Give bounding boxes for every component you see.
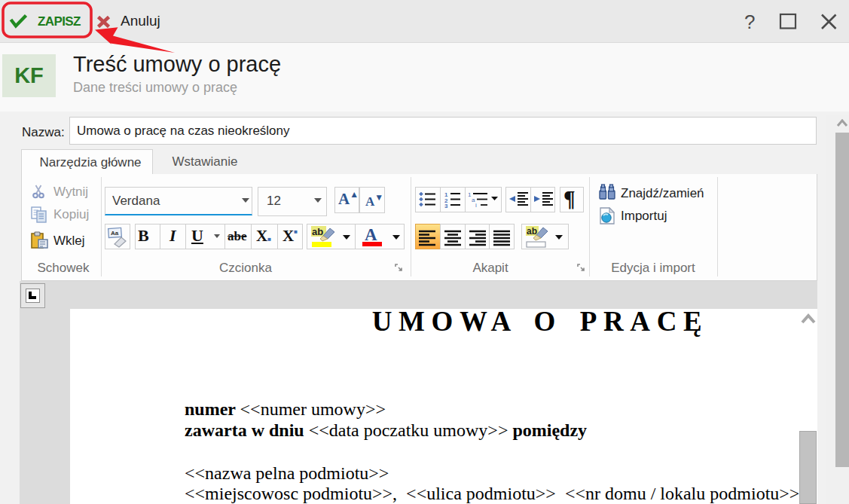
svg-text:i: i (475, 202, 477, 208)
svg-text:ab: ab (312, 226, 323, 237)
svg-text:3: 3 (444, 203, 448, 208)
svg-text:Aa: Aa (111, 230, 119, 237)
svg-text:ab: ab (527, 226, 537, 237)
